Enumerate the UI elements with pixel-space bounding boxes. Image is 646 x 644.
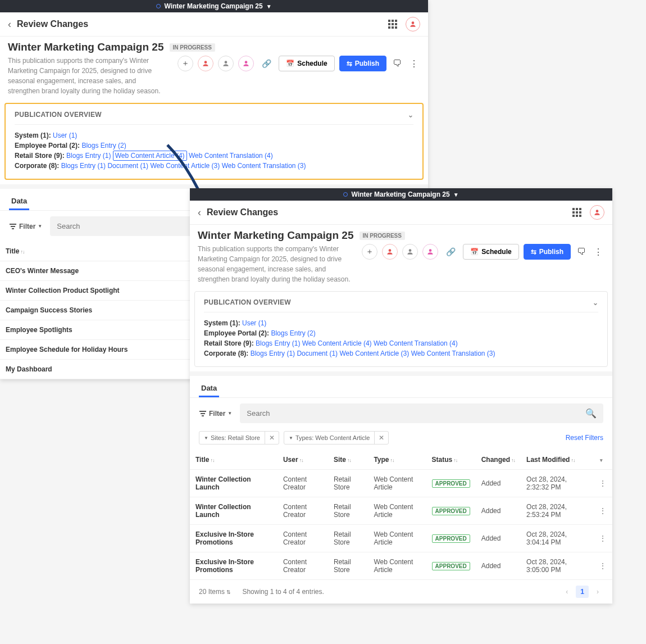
kebab-menu-icon[interactable]: ⋮ bbox=[592, 247, 604, 257]
page-prev-icon[interactable]: ‹ bbox=[561, 586, 572, 598]
filter-button[interactable]: Filter ▼ bbox=[9, 223, 42, 230]
row-kebab-icon[interactable]: ⋮ bbox=[593, 525, 612, 552]
campaign-title: Winter Marketing Campaign 25 bbox=[8, 41, 164, 53]
cell-user: Content Creator bbox=[277, 497, 328, 525]
ov-link[interactable]: Web Content Translation (4) bbox=[374, 339, 458, 347]
cell-type: Web Content Article bbox=[368, 497, 426, 525]
page-current[interactable]: 1 bbox=[576, 586, 589, 598]
publication-overview: PUBLICATION OVERVIEW ⌃ System (1): User … bbox=[4, 103, 424, 180]
profile-icon[interactable] bbox=[590, 205, 604, 220]
col-status[interactable]: Status↑↓ bbox=[426, 450, 476, 470]
ov-link[interactable]: Web Content Translation (3) bbox=[222, 162, 306, 170]
user-avatar-1[interactable] bbox=[198, 56, 213, 71]
row-kebab-icon[interactable]: ⋮ bbox=[593, 552, 612, 580]
status-badge: IN PROGRESS bbox=[360, 232, 405, 240]
svg-point-5 bbox=[389, 249, 392, 252]
back-icon[interactable]: ‹ bbox=[8, 19, 11, 30]
reset-filters-link[interactable]: Reset Filters bbox=[566, 434, 603, 442]
publish-label: Publish bbox=[539, 248, 563, 256]
ov-link[interactable]: Blogs Entry (1) bbox=[251, 350, 295, 357]
schedule-button[interactable]: 📅Schedule bbox=[463, 244, 518, 260]
ov-link[interactable]: Web Content Article (3) bbox=[339, 350, 409, 357]
user-avatar-2[interactable] bbox=[402, 244, 418, 260]
filter-button[interactable]: Filter ▼ bbox=[199, 410, 232, 418]
chevron-up-icon[interactable]: ⌃ bbox=[593, 298, 598, 306]
chip-remove-icon[interactable]: ✕ bbox=[265, 432, 279, 444]
apps-icon[interactable] bbox=[572, 207, 582, 217]
cell-modified: Oct 28, 2024, 3:04:14 PM bbox=[521, 525, 593, 552]
cell-status: APPROVED bbox=[426, 470, 476, 497]
link-icon[interactable]: 🔗 bbox=[258, 56, 274, 71]
topbar-title[interactable]: Winter Marketing Campaign 25 bbox=[351, 191, 449, 198]
chevron-up-icon[interactable]: ⌃ bbox=[408, 111, 413, 119]
ov-link[interactable]: Web Content Article (3) bbox=[150, 162, 220, 170]
cell-modified: Oct 28, 2024, 3:05:00 PM bbox=[521, 552, 593, 580]
chip-remove-icon[interactable]: ✕ bbox=[374, 432, 388, 444]
cell-status: APPROVED bbox=[426, 525, 476, 552]
publish-button[interactable]: ⇆Publish bbox=[524, 244, 571, 260]
ov-link[interactable]: Blogs Entry (1) bbox=[66, 152, 111, 160]
sort-icon: ↑↓ bbox=[571, 457, 575, 463]
table-row[interactable]: Exclusive In-Store Promotions Content Cr… bbox=[190, 525, 612, 552]
chip-label: Sites: Retail Store bbox=[211, 434, 260, 441]
user-avatar-3[interactable] bbox=[422, 244, 438, 260]
ov-link[interactable]: Web Content Translation (4) bbox=[189, 152, 273, 160]
ov-link[interactable]: Web Content Article (4) bbox=[302, 339, 372, 347]
ov-label: System (1): bbox=[204, 319, 240, 327]
back-icon[interactable]: ‹ bbox=[198, 207, 201, 219]
search-input[interactable] bbox=[240, 403, 603, 423]
topbar: Winter Marketing Campaign 25 ▼ bbox=[0, 0, 428, 12]
ov-link[interactable]: Document (1) bbox=[107, 162, 148, 170]
add-button[interactable]: ＋ bbox=[178, 56, 193, 71]
apps-icon[interactable] bbox=[388, 19, 398, 29]
ov-link[interactable]: Web Content Translation (3) bbox=[411, 350, 495, 357]
items-count[interactable]: 20 Items ⇅ bbox=[199, 588, 231, 596]
col-type[interactable]: Type↑↓ bbox=[368, 450, 426, 470]
cell-changed: Added bbox=[476, 497, 521, 525]
ov-link[interactable]: User (1) bbox=[53, 131, 77, 139]
chevron-down-icon[interactable]: ▼ bbox=[266, 3, 272, 10]
cell-title: Winter Collection Launch bbox=[190, 497, 277, 525]
page-next-icon[interactable]: › bbox=[592, 586, 603, 598]
chevron-down-icon[interactable]: ▼ bbox=[453, 192, 459, 198]
ov-link-highlighted[interactable]: Web Content Article (4) bbox=[113, 151, 187, 161]
tab-data[interactable]: Data bbox=[9, 193, 29, 210]
chevron-down-icon: ▼ bbox=[204, 436, 208, 441]
col-changed[interactable]: Changed↑↓ bbox=[476, 450, 521, 470]
user-avatar-3[interactable] bbox=[238, 56, 254, 71]
link-icon[interactable]: 🔗 bbox=[443, 244, 458, 260]
comments-icon[interactable]: 🗨 bbox=[391, 58, 403, 69]
schedule-label: Schedule bbox=[297, 60, 327, 67]
row-kebab-icon[interactable]: ⋮ bbox=[593, 470, 612, 497]
page-title: Review Changes bbox=[207, 207, 278, 217]
col-menu[interactable]: ▾ bbox=[593, 450, 612, 470]
ov-link[interactable]: Blogs Entry (1) bbox=[61, 162, 106, 170]
topbar-title[interactable]: Winter Marketing Campaign 25 bbox=[164, 2, 262, 10]
table-row[interactable]: Exclusive In-Store Promotions Content Cr… bbox=[190, 552, 612, 580]
ov-link[interactable]: User (1) bbox=[242, 319, 266, 327]
ov-link[interactable]: Blogs Entry (1) bbox=[256, 339, 300, 347]
profile-icon[interactable] bbox=[406, 17, 420, 31]
schedule-button[interactable]: 📅Schedule bbox=[279, 56, 334, 71]
tab-data[interactable]: Data bbox=[199, 380, 219, 397]
col-title[interactable]: Title↑↓ bbox=[190, 450, 277, 470]
col-site[interactable]: Site↑↓ bbox=[328, 450, 368, 470]
ov-link[interactable]: Blogs Entry (2) bbox=[271, 329, 315, 337]
ov-link[interactable]: Blogs Entry (2) bbox=[81, 142, 126, 149]
col-title[interactable]: Title↑↓ bbox=[0, 242, 191, 261]
add-button[interactable]: ＋ bbox=[362, 244, 377, 260]
table-row[interactable]: Winter Collection Launch Content Creator… bbox=[190, 470, 612, 497]
col-user[interactable]: User↑↓ bbox=[277, 450, 328, 470]
publish-button[interactable]: ⇆Publish bbox=[339, 56, 386, 71]
user-avatar-2[interactable] bbox=[218, 56, 234, 71]
comments-icon[interactable]: 🗨 bbox=[575, 247, 588, 257]
chevron-down-icon: ▼ bbox=[289, 436, 293, 441]
kebab-menu-icon[interactable]: ⋮ bbox=[408, 58, 420, 69]
row-kebab-icon[interactable]: ⋮ bbox=[593, 497, 612, 525]
filtered-changes-table: Title↑↓ User↑↓ Site↑↓ Type↑↓ Status↑↓ Ch… bbox=[190, 450, 612, 580]
table-row[interactable]: Winter Collection Launch Content Creator… bbox=[190, 497, 612, 525]
col-modified[interactable]: Last Modified↑↓ bbox=[521, 450, 593, 470]
search-icon[interactable]: 🔍 bbox=[585, 408, 597, 419]
ov-link[interactable]: Document (1) bbox=[297, 350, 338, 357]
user-avatar-1[interactable] bbox=[382, 244, 398, 260]
